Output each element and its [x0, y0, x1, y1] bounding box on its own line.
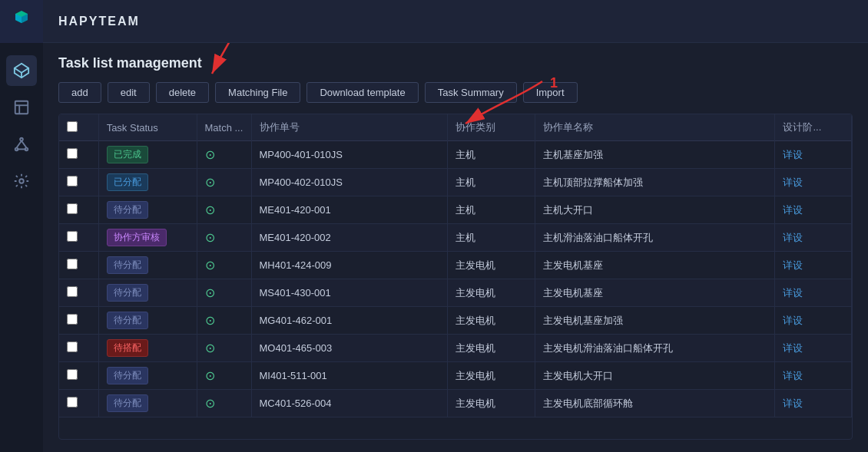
table-row: 已完成 ⊙ MP400-401-010JS 主机 主机基座加强 详设: [59, 141, 852, 169]
table-row: 待分配 ⊙ MC401-526-004 主发电机 主发电机底部循环舱 详设: [59, 390, 852, 417]
row-type-cell: 主发电机: [448, 252, 535, 279]
row-order-cell: MC401-526-004: [251, 390, 448, 417]
toolbar: add edit delete Matching File Download t…: [58, 82, 853, 103]
row-type-cell: 主发电机: [448, 279, 535, 307]
select-all-checkbox[interactable]: [67, 121, 78, 132]
row-name-cell: 主发电机基座加强: [535, 307, 775, 335]
status-badge: 待分配: [107, 256, 148, 274]
match-check-icon: ⊙: [205, 369, 215, 382]
design-detail-link[interactable]: 详设: [783, 315, 803, 326]
row-match-cell: ⊙: [197, 141, 251, 169]
status-badge: 待搭配: [107, 339, 148, 357]
row-checkbox-cell: [59, 224, 98, 252]
row-order-cell: MI401-511-001: [251, 362, 448, 390]
match-check-icon: ⊙: [205, 397, 215, 410]
sidebar-item-settings[interactable]: [6, 166, 37, 196]
table-row: 已分配 ⊙ MP400-402-010JS 主机 主机顶部拉撑船体加强 详设: [59, 169, 852, 196]
top-header: HAPYTEAM: [43, 0, 868, 43]
row-status-cell: 待分配: [98, 390, 197, 417]
header-name: 协作单名称: [535, 114, 775, 141]
page-title: Task list management: [58, 55, 853, 71]
row-name-cell: 主机基座加强: [535, 141, 775, 169]
row-match-cell: ⊙: [197, 362, 251, 390]
row-design-cell: 详设: [775, 335, 852, 362]
row-status-cell: 待分配: [98, 279, 197, 307]
row-order-cell: MS401-430-001: [251, 279, 448, 307]
svg-line-8: [17, 140, 22, 147]
row-name-cell: 主机滑油落油口船体开孔: [535, 224, 775, 252]
header-match: Match ...: [197, 114, 251, 141]
row-checkbox-0[interactable]: [67, 148, 78, 159]
header-type: 协作类别: [448, 114, 535, 141]
logo-icon: [9, 9, 34, 34]
svg-rect-2: [15, 101, 28, 114]
table-row: 协作方审核 ⊙ ME401-420-002 主机 主机滑油落油口船体开孔 详设: [59, 224, 852, 252]
matching-file-button[interactable]: Matching File: [215, 82, 300, 103]
table-row: 待分配 ⊙ MS401-430-001 主发电机 主发电机基座 详设: [59, 279, 852, 307]
row-type-cell: 主机: [448, 224, 535, 252]
table-row: 待搭配 ⊙ MO401-465-003 主发电机 主发电机滑油落油口船体开孔 详…: [59, 335, 852, 362]
row-name-cell: 主机顶部拉撑船体加强: [535, 169, 775, 196]
import-button[interactable]: Import: [523, 82, 578, 103]
row-checkbox-3[interactable]: [67, 231, 78, 242]
header-task-status: Task Status: [98, 114, 197, 141]
download-template-button[interactable]: Download template: [306, 82, 418, 103]
design-detail-link[interactable]: 详设: [783, 204, 803, 216]
task-summary-button[interactable]: Task Summary: [425, 82, 517, 103]
sidebar: [0, 0, 43, 452]
row-checkbox-6[interactable]: [67, 314, 78, 325]
app-title: HAPYTEAM: [58, 15, 140, 28]
row-name-cell: 主机大开口: [535, 196, 775, 224]
edit-button[interactable]: edit: [108, 82, 150, 103]
design-detail-link[interactable]: 详设: [783, 342, 803, 354]
row-type-cell: 主发电机: [448, 335, 535, 362]
row-type-cell: 主发电机: [448, 307, 535, 335]
row-type-cell: 主机: [448, 169, 535, 196]
design-detail-link[interactable]: 详设: [783, 232, 803, 243]
row-name-cell: 主发电机基座: [535, 279, 775, 307]
sidebar-item-layers[interactable]: [6, 55, 37, 86]
design-detail-link[interactable]: 详设: [783, 398, 803, 409]
add-button[interactable]: add: [58, 82, 101, 103]
row-checkbox-cell: [59, 141, 98, 169]
design-detail-link[interactable]: 详设: [783, 287, 803, 299]
match-check-icon: ⊙: [205, 314, 215, 327]
row-match-cell: ⊙: [197, 307, 251, 335]
status-badge: 已完成: [107, 146, 148, 163]
row-type-cell: 主发电机: [448, 390, 535, 417]
row-design-cell: 详设: [775, 196, 852, 224]
sidebar-item-network[interactable]: [6, 129, 37, 160]
row-checkbox-8[interactable]: [67, 369, 78, 380]
header-checkbox: [59, 114, 98, 141]
delete-button[interactable]: delete: [156, 82, 209, 103]
row-checkbox-7[interactable]: [67, 341, 78, 352]
design-detail-link[interactable]: 详设: [783, 370, 803, 381]
row-name-cell: 主发电机基座: [535, 252, 775, 279]
row-status-cell: 待分配: [98, 362, 197, 390]
row-checkbox-5[interactable]: [67, 286, 78, 297]
row-order-cell: MG401-462-001: [251, 307, 448, 335]
row-match-cell: ⊙: [197, 390, 251, 417]
status-badge: 待分配: [107, 312, 148, 329]
sidebar-item-building[interactable]: [6, 92, 37, 123]
table-row: 待分配 ⊙ MG401-462-001 主发电机 主发电机基座加强 详设: [59, 307, 852, 335]
row-checkbox-9[interactable]: [67, 397, 78, 407]
row-name-cell: 主发电机大开口: [535, 362, 775, 390]
row-checkbox-2[interactable]: [67, 203, 78, 214]
match-check-icon: ⊙: [205, 176, 215, 189]
row-checkbox-4[interactable]: [67, 259, 78, 269]
row-checkbox-1[interactable]: [67, 176, 78, 186]
row-order-cell: MH401-424-009: [251, 252, 448, 279]
row-design-cell: 详设: [775, 141, 852, 169]
match-check-icon: ⊙: [205, 259, 215, 272]
design-detail-link[interactable]: 详设: [783, 177, 803, 188]
header-design: 设计阶...: [775, 114, 852, 141]
status-badge: 已分配: [107, 173, 148, 191]
row-match-cell: ⊙: [197, 224, 251, 252]
design-detail-link[interactable]: 详设: [783, 259, 803, 271]
table-row: 待分配 ⊙ MH401-424-009 主发电机 主发电机基座 详设: [59, 252, 852, 279]
match-check-icon: ⊙: [205, 148, 215, 161]
match-check-icon: ⊙: [205, 286, 215, 299]
row-type-cell: 主机: [448, 141, 535, 169]
design-detail-link[interactable]: 详设: [783, 149, 803, 160]
